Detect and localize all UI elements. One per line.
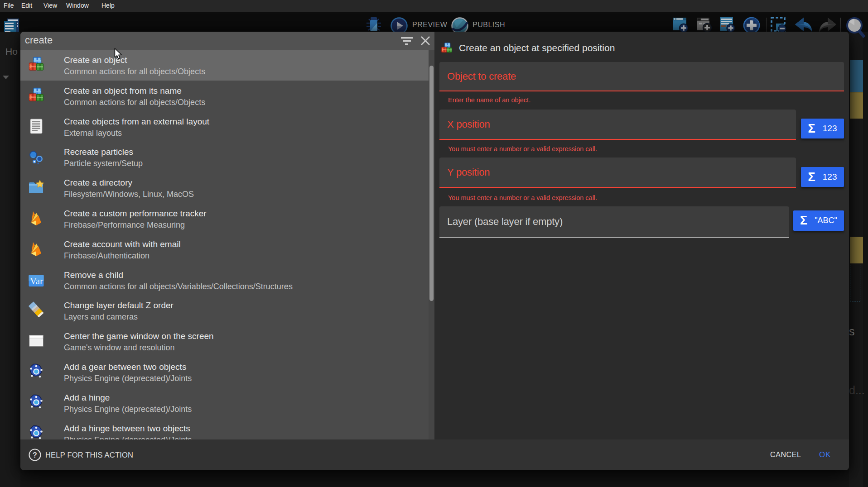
svg-text:?: ? xyxy=(33,451,37,459)
svg-text:Var: Var xyxy=(30,276,43,286)
